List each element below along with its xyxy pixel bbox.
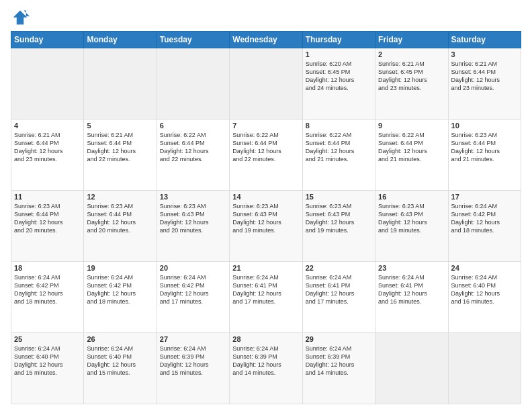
calendar-week-row: 18Sunrise: 6:24 AM Sunset: 6:42 PM Dayli… xyxy=(11,262,521,333)
calendar-cell: 5Sunrise: 6:21 AM Sunset: 6:44 PM Daylig… xyxy=(84,120,157,191)
day-number: 13 xyxy=(160,193,226,201)
day-number: 16 xyxy=(378,193,445,201)
calendar-cell: 17Sunrise: 6:24 AM Sunset: 6:42 PM Dayli… xyxy=(448,191,521,262)
day-number: 27 xyxy=(160,335,226,343)
calendar-week-row: 4Sunrise: 6:21 AM Sunset: 6:44 PM Daylig… xyxy=(11,120,521,191)
calendar-cell: 14Sunrise: 6:23 AM Sunset: 6:43 PM Dayli… xyxy=(230,191,302,262)
calendar-cell: 10Sunrise: 6:23 AM Sunset: 6:44 PM Dayli… xyxy=(448,120,521,191)
calendar-cell: 28Sunrise: 6:24 AM Sunset: 6:39 PM Dayli… xyxy=(230,333,302,404)
day-number: 9 xyxy=(378,122,445,130)
calendar-cell: 24Sunrise: 6:24 AM Sunset: 6:40 PM Dayli… xyxy=(448,262,521,333)
calendar-cell: 29Sunrise: 6:24 AM Sunset: 6:39 PM Dayli… xyxy=(302,333,375,404)
day-number: 12 xyxy=(87,193,153,201)
day-number: 24 xyxy=(451,264,518,272)
calendar-cell: 13Sunrise: 6:23 AM Sunset: 6:43 PM Dayli… xyxy=(157,191,229,262)
day-info: Sunrise: 6:24 AM Sunset: 6:40 PM Dayligh… xyxy=(87,345,153,377)
calendar-cell: 23Sunrise: 6:24 AM Sunset: 6:41 PM Dayli… xyxy=(375,262,448,333)
calendar-cell xyxy=(230,48,302,120)
calendar-cell: 18Sunrise: 6:24 AM Sunset: 6:42 PM Dayli… xyxy=(11,262,84,333)
day-info: Sunrise: 6:24 AM Sunset: 6:41 PM Dayligh… xyxy=(232,273,299,306)
day-info: Sunrise: 6:21 AM Sunset: 6:44 PM Dayligh… xyxy=(451,60,518,93)
day-info: Sunrise: 6:23 AM Sunset: 6:43 PM Dayligh… xyxy=(232,202,299,235)
calendar-cell xyxy=(84,48,157,120)
day-number: 17 xyxy=(451,193,518,201)
day-info: Sunrise: 6:24 AM Sunset: 6:42 PM Dayligh… xyxy=(87,273,153,306)
top-section xyxy=(11,8,521,27)
day-info: Sunrise: 6:24 AM Sunset: 6:42 PM Dayligh… xyxy=(14,273,81,306)
day-number: 1 xyxy=(306,50,372,58)
day-number: 23 xyxy=(378,264,445,272)
weekday-header-thursday: Thursday xyxy=(302,32,375,48)
day-info: Sunrise: 6:23 AM Sunset: 6:44 PM Dayligh… xyxy=(14,202,81,235)
day-info: Sunrise: 6:24 AM Sunset: 6:40 PM Dayligh… xyxy=(451,273,518,306)
calendar-cell: 26Sunrise: 6:24 AM Sunset: 6:40 PM Dayli… xyxy=(84,333,157,404)
day-number: 10 xyxy=(451,122,518,130)
day-number: 3 xyxy=(451,50,518,58)
day-info: Sunrise: 6:24 AM Sunset: 6:41 PM Dayligh… xyxy=(378,273,445,306)
day-info: Sunrise: 6:24 AM Sunset: 6:40 PM Dayligh… xyxy=(14,345,81,377)
calendar-cell: 9Sunrise: 6:22 AM Sunset: 6:44 PM Daylig… xyxy=(375,120,448,191)
day-info: Sunrise: 6:21 AM Sunset: 6:44 PM Dayligh… xyxy=(14,131,81,164)
day-number: 25 xyxy=(14,335,81,343)
logo-icon xyxy=(11,8,30,27)
day-number: 19 xyxy=(87,264,153,272)
day-number: 22 xyxy=(306,264,372,272)
calendar-cell xyxy=(11,48,84,120)
calendar-cell: 8Sunrise: 6:22 AM Sunset: 6:44 PM Daylig… xyxy=(302,120,375,191)
day-number: 6 xyxy=(160,122,226,130)
day-number: 29 xyxy=(306,335,372,343)
day-number: 2 xyxy=(378,50,445,58)
day-info: Sunrise: 6:23 AM Sunset: 6:44 PM Dayligh… xyxy=(87,202,153,235)
weekday-header-tuesday: Tuesday xyxy=(157,32,229,48)
calendar-cell: 7Sunrise: 6:22 AM Sunset: 6:44 PM Daylig… xyxy=(230,120,302,191)
day-info: Sunrise: 6:24 AM Sunset: 6:42 PM Dayligh… xyxy=(451,202,518,235)
calendar-week-row: 1Sunrise: 6:20 AM Sunset: 6:45 PM Daylig… xyxy=(11,48,521,120)
day-number: 7 xyxy=(232,122,299,130)
day-info: Sunrise: 6:20 AM Sunset: 6:45 PM Dayligh… xyxy=(306,60,372,93)
day-info: Sunrise: 6:21 AM Sunset: 6:45 PM Dayligh… xyxy=(378,60,445,93)
day-info: Sunrise: 6:22 AM Sunset: 6:44 PM Dayligh… xyxy=(378,131,445,164)
day-number: 5 xyxy=(87,122,153,130)
calendar-week-row: 25Sunrise: 6:24 AM Sunset: 6:40 PM Dayli… xyxy=(11,333,521,404)
calendar-cell: 19Sunrise: 6:24 AM Sunset: 6:42 PM Dayli… xyxy=(84,262,157,333)
calendar-cell: 27Sunrise: 6:24 AM Sunset: 6:39 PM Dayli… xyxy=(157,333,229,404)
calendar-cell: 22Sunrise: 6:24 AM Sunset: 6:41 PM Dayli… xyxy=(302,262,375,333)
day-info: Sunrise: 6:24 AM Sunset: 6:39 PM Dayligh… xyxy=(160,345,226,377)
weekday-header-sunday: Sunday xyxy=(11,32,84,48)
calendar-cell xyxy=(375,333,448,404)
day-info: Sunrise: 6:23 AM Sunset: 6:43 PM Dayligh… xyxy=(306,202,372,235)
calendar-cell: 6Sunrise: 6:22 AM Sunset: 6:44 PM Daylig… xyxy=(157,120,229,191)
calendar-cell: 1Sunrise: 6:20 AM Sunset: 6:45 PM Daylig… xyxy=(302,48,375,120)
day-number: 26 xyxy=(87,335,153,343)
weekday-header-friday: Friday xyxy=(375,32,448,48)
calendar-cell: 3Sunrise: 6:21 AM Sunset: 6:44 PM Daylig… xyxy=(448,48,521,120)
day-info: Sunrise: 6:23 AM Sunset: 6:43 PM Dayligh… xyxy=(378,202,445,235)
weekday-header-monday: Monday xyxy=(84,32,157,48)
calendar-week-row: 11Sunrise: 6:23 AM Sunset: 6:44 PM Dayli… xyxy=(11,191,521,262)
day-info: Sunrise: 6:22 AM Sunset: 6:44 PM Dayligh… xyxy=(306,131,372,164)
day-number: 8 xyxy=(306,122,372,130)
calendar-cell: 12Sunrise: 6:23 AM Sunset: 6:44 PM Dayli… xyxy=(84,191,157,262)
day-info: Sunrise: 6:24 AM Sunset: 6:39 PM Dayligh… xyxy=(306,345,372,377)
day-info: Sunrise: 6:22 AM Sunset: 6:44 PM Dayligh… xyxy=(160,131,226,164)
weekday-header-saturday: Saturday xyxy=(448,32,521,48)
weekday-header-row: SundayMondayTuesdayWednesdayThursdayFrid… xyxy=(11,32,521,48)
day-number: 4 xyxy=(14,122,81,130)
day-number: 15 xyxy=(306,193,372,201)
day-number: 28 xyxy=(232,335,299,343)
svg-marker-0 xyxy=(13,11,28,25)
day-number: 11 xyxy=(14,193,81,201)
calendar-cell xyxy=(157,48,229,120)
day-number: 14 xyxy=(232,193,299,201)
day-info: Sunrise: 6:24 AM Sunset: 6:42 PM Dayligh… xyxy=(160,273,226,306)
logo xyxy=(11,8,32,27)
day-number: 18 xyxy=(14,264,81,272)
day-number: 21 xyxy=(232,264,299,272)
page: SundayMondayTuesdayWednesdayThursdayFrid… xyxy=(0,0,532,411)
calendar-table: SundayMondayTuesdayWednesdayThursdayFrid… xyxy=(11,31,521,404)
day-info: Sunrise: 6:21 AM Sunset: 6:44 PM Dayligh… xyxy=(87,131,153,164)
calendar-cell: 25Sunrise: 6:24 AM Sunset: 6:40 PM Dayli… xyxy=(11,333,84,404)
day-info: Sunrise: 6:23 AM Sunset: 6:44 PM Dayligh… xyxy=(451,131,518,164)
calendar-cell: 21Sunrise: 6:24 AM Sunset: 6:41 PM Dayli… xyxy=(230,262,302,333)
day-number: 20 xyxy=(160,264,226,272)
